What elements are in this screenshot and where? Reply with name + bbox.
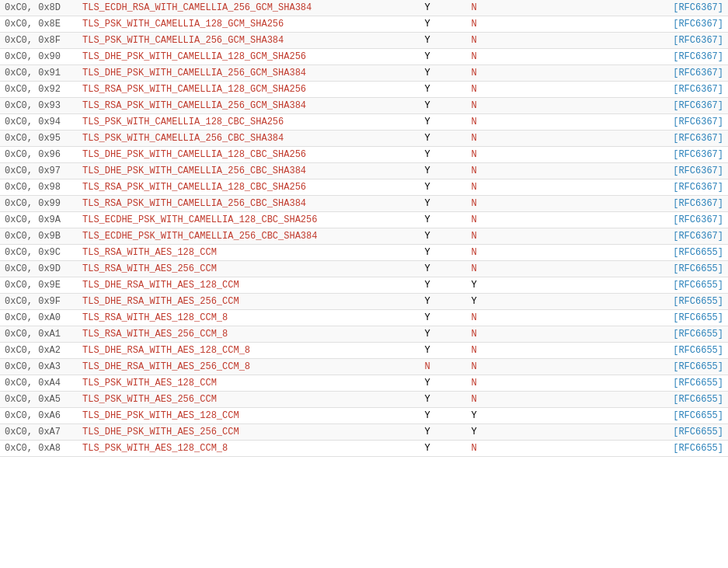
col3-value: Y [404, 16, 451, 33]
cipher-name: TLS_ECDH_RSA_WITH_CAMELLIA_256_GCM_SHA38… [78, 0, 404, 16]
col4-value: Y [451, 408, 497, 424]
col4-value: N [451, 147, 497, 163]
rfc-link[interactable]: [RFC6655] [497, 245, 728, 261]
table-row: 0xC0, 0xA7TLS_DHE_PSK_WITH_AES_256_CCMYY… [0, 424, 728, 441]
cipher-name: TLS_DHE_PSK_WITH_CAMELLIA_256_GCM_SHA384 [78, 65, 404, 82]
rfc-link[interactable]: [RFC6655] [497, 343, 728, 359]
col4-value: Y [451, 424, 497, 441]
table-row: 0xC0, 0xA0TLS_RSA_WITH_AES_128_CCM_8YN[R… [0, 310, 728, 326]
cipher-name: TLS_DHE_PSK_WITH_CAMELLIA_256_CBC_SHA384 [78, 163, 404, 179]
col4-value: N [451, 441, 497, 457]
rfc-link[interactable]: [RFC6367] [497, 131, 728, 147]
hex-code: 0xC0, 0x92 [0, 82, 78, 98]
table-row: 0xC0, 0x94TLS_PSK_WITH_CAMELLIA_128_CBC_… [0, 114, 728, 131]
cipher-name: TLS_DHE_RSA_WITH_AES_256_CCM_8 [78, 359, 404, 375]
table-row: 0xC0, 0x99TLS_RSA_PSK_WITH_CAMELLIA_256_… [0, 196, 728, 212]
hex-code: 0xC0, 0xA1 [0, 326, 78, 343]
rfc-link[interactable]: [RFC6367] [497, 65, 728, 82]
table-row: 0xC0, 0x8FTLS_PSK_WITH_CAMELLIA_256_GCM_… [0, 33, 728, 49]
table-row: 0xC0, 0x9ETLS_DHE_RSA_WITH_AES_128_CCMYY… [0, 277, 728, 294]
cipher-name: TLS_RSA_PSK_WITH_CAMELLIA_128_GCM_SHA256 [78, 82, 404, 98]
hex-code: 0xC0, 0x93 [0, 98, 78, 114]
cipher-table: 0xC0, 0x8DTLS_ECDH_RSA_WITH_CAMELLIA_256… [0, 0, 728, 457]
rfc-link[interactable]: [RFC6367] [497, 16, 728, 33]
cipher-name: TLS_ECDHE_PSK_WITH_CAMELLIA_256_CBC_SHA3… [78, 228, 404, 245]
rfc-link[interactable]: [RFC6367] [497, 114, 728, 131]
rfc-link[interactable]: [RFC6367] [497, 228, 728, 245]
table-row: 0xC0, 0x9CTLS_RSA_WITH_AES_128_CCMYN[RFC… [0, 245, 728, 261]
col4-value: N [451, 114, 497, 131]
table-row: 0xC0, 0x9FTLS_DHE_RSA_WITH_AES_256_CCMYY… [0, 294, 728, 310]
col3-value: Y [404, 0, 451, 16]
col4-value: N [451, 392, 497, 408]
hex-code: 0xC0, 0x8F [0, 33, 78, 49]
col3-value: Y [404, 392, 451, 408]
cipher-name: TLS_PSK_WITH_CAMELLIA_256_CBC_SHA384 [78, 131, 404, 147]
table-row: 0xC0, 0xA1TLS_RSA_WITH_AES_256_CCM_8YN[R… [0, 326, 728, 343]
col4-value: Y [451, 277, 497, 294]
hex-code: 0xC0, 0xA4 [0, 375, 78, 392]
col4-value: N [451, 16, 497, 33]
rfc-link[interactable]: [RFC6655] [497, 294, 728, 310]
col3-value: Y [404, 326, 451, 343]
col4-value: N [451, 163, 497, 179]
col4-value: N [451, 82, 497, 98]
hex-code: 0xC0, 0xA0 [0, 310, 78, 326]
hex-code: 0xC0, 0xA8 [0, 441, 78, 457]
rfc-link[interactable]: [RFC6367] [497, 33, 728, 49]
cipher-name: TLS_RSA_WITH_AES_256_CCM_8 [78, 326, 404, 343]
table-row: 0xC0, 0x98TLS_RSA_PSK_WITH_CAMELLIA_128_… [0, 179, 728, 196]
cipher-name: TLS_RSA_PSK_WITH_CAMELLIA_256_CBC_SHA384 [78, 196, 404, 212]
rfc-link[interactable]: [RFC6655] [497, 326, 728, 343]
col3-value: Y [404, 147, 451, 163]
hex-code: 0xC0, 0xA2 [0, 343, 78, 359]
rfc-link[interactable]: [RFC6367] [497, 179, 728, 196]
col3-value: Y [404, 375, 451, 392]
table-row: 0xC0, 0x9ATLS_ECDHE_PSK_WITH_CAMELLIA_12… [0, 212, 728, 228]
cipher-name: TLS_RSA_WITH_AES_128_CCM [78, 245, 404, 261]
rfc-link[interactable]: [RFC6367] [497, 212, 728, 228]
rfc-link[interactable]: [RFC6655] [497, 441, 728, 457]
rfc-link[interactable]: [RFC6655] [497, 375, 728, 392]
table-row: 0xC0, 0x93TLS_RSA_PSK_WITH_CAMELLIA_256_… [0, 98, 728, 114]
cipher-name: TLS_ECDHE_PSK_WITH_CAMELLIA_128_CBC_SHA2… [78, 212, 404, 228]
col4-value: N [451, 196, 497, 212]
col4-value: N [451, 375, 497, 392]
table-row: 0xC0, 0xA4TLS_PSK_WITH_AES_128_CCMYN[RFC… [0, 375, 728, 392]
table-row: 0xC0, 0xA8TLS_PSK_WITH_AES_128_CCM_8YN[R… [0, 441, 728, 457]
col3-value: N [404, 359, 451, 375]
table-row: 0xC0, 0x97TLS_DHE_PSK_WITH_CAMELLIA_256_… [0, 163, 728, 179]
table-row: 0xC0, 0x8ETLS_PSK_WITH_CAMELLIA_128_GCM_… [0, 16, 728, 33]
cipher-name: TLS_RSA_WITH_AES_128_CCM_8 [78, 310, 404, 326]
rfc-link[interactable]: [RFC6655] [497, 261, 728, 277]
rfc-link[interactable]: [RFC6367] [497, 147, 728, 163]
col4-value: N [451, 343, 497, 359]
rfc-link[interactable]: [RFC6655] [497, 408, 728, 424]
table-row: 0xC0, 0xA6TLS_DHE_PSK_WITH_AES_128_CCMYY… [0, 408, 728, 424]
rfc-link[interactable]: [RFC6655] [497, 392, 728, 408]
col3-value: Y [404, 310, 451, 326]
col4-value: N [451, 245, 497, 261]
rfc-link[interactable]: [RFC6367] [497, 196, 728, 212]
col3-value: Y [404, 179, 451, 196]
rfc-link[interactable]: [RFC6367] [497, 82, 728, 98]
rfc-link[interactable]: [RFC6367] [497, 163, 728, 179]
hex-code: 0xC0, 0x9E [0, 277, 78, 294]
cipher-name: TLS_DHE_PSK_WITH_CAMELLIA_128_GCM_SHA256 [78, 49, 404, 65]
hex-code: 0xC0, 0xA6 [0, 408, 78, 424]
rfc-link[interactable]: [RFC6655] [497, 310, 728, 326]
rfc-link[interactable]: [RFC6367] [497, 0, 728, 16]
col3-value: Y [404, 131, 451, 147]
rfc-link[interactable]: [RFC6655] [497, 424, 728, 441]
hex-code: 0xC0, 0x99 [0, 196, 78, 212]
hex-code: 0xC0, 0x9C [0, 245, 78, 261]
hex-code: 0xC0, 0x8E [0, 16, 78, 33]
rfc-link[interactable]: [RFC6655] [497, 277, 728, 294]
cipher-name: TLS_RSA_WITH_AES_256_CCM [78, 261, 404, 277]
col4-value: N [451, 261, 497, 277]
rfc-link[interactable]: [RFC6367] [497, 98, 728, 114]
rfc-link[interactable]: [RFC6655] [497, 359, 728, 375]
col3-value: Y [404, 49, 451, 65]
rfc-link[interactable]: [RFC6367] [497, 49, 728, 65]
cipher-name: TLS_PSK_WITH_AES_128_CCM_8 [78, 441, 404, 457]
